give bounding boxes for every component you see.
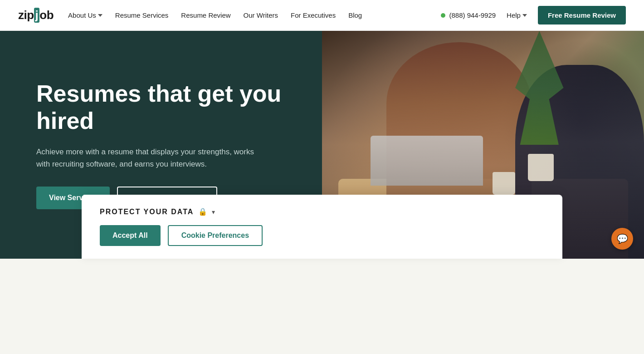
help-dropdown[interactable]: Help [507, 11, 527, 19]
accept-all-button[interactable]: Accept All [100, 225, 161, 246]
logo-text: zipjob [18, 8, 54, 23]
nav-link-our-writers[interactable]: Our Writers [244, 11, 278, 19]
phone-link[interactable]: (888) 944-9929 [441, 11, 496, 19]
nav-link-about-us[interactable]: About Us [68, 11, 102, 19]
expand-icon[interactable]: ▾ [212, 208, 215, 216]
cookie-preferences-button[interactable]: Cookie Preferences [168, 225, 263, 246]
nav-links: About Us Resume Services Resume Review O… [68, 11, 441, 19]
chat-button[interactable]: 💬 [611, 228, 633, 250]
nav-right: (888) 944-9929 Help Free Resume Review [441, 6, 626, 25]
hero-title: Resumes that get you hired [36, 80, 286, 135]
hero-subtitle: Achieve more with a resume that displays… [36, 146, 254, 170]
phone-status-dot [441, 13, 445, 18]
cookie-banner: PROTECT YOUR DATA 🔒 ▾ Accept All Cookie … [82, 195, 562, 259]
laptop-prop [371, 136, 483, 186]
cookie-header: PROTECT YOUR DATA 🔒 ▾ [100, 207, 544, 216]
nav-link-resume-services[interactable]: Resume Services [115, 11, 169, 19]
cookie-buttons: Accept All Cookie Preferences [100, 225, 544, 246]
help-chevron-icon [522, 14, 527, 17]
cookie-title: PROTECT YOUR DATA [100, 208, 194, 216]
navbar: zipjob About Us Resume Services Resume R… [0, 0, 644, 31]
cup2-prop [493, 172, 515, 195]
cup1-prop [528, 154, 554, 181]
hero-section: Resumes that get you hired Achieve more … [0, 31, 644, 259]
lock-icon: 🔒 [198, 207, 207, 216]
logo[interactable]: zipjob [18, 8, 54, 23]
free-resume-review-button[interactable]: Free Resume Review [538, 6, 626, 25]
chevron-down-icon [98, 14, 102, 17]
nav-link-for-executives[interactable]: For Executives [291, 11, 336, 19]
chat-icon: 💬 [617, 233, 628, 244]
nav-link-blog[interactable]: Blog [348, 11, 362, 19]
nav-link-resume-review[interactable]: Resume Review [181, 11, 230, 19]
